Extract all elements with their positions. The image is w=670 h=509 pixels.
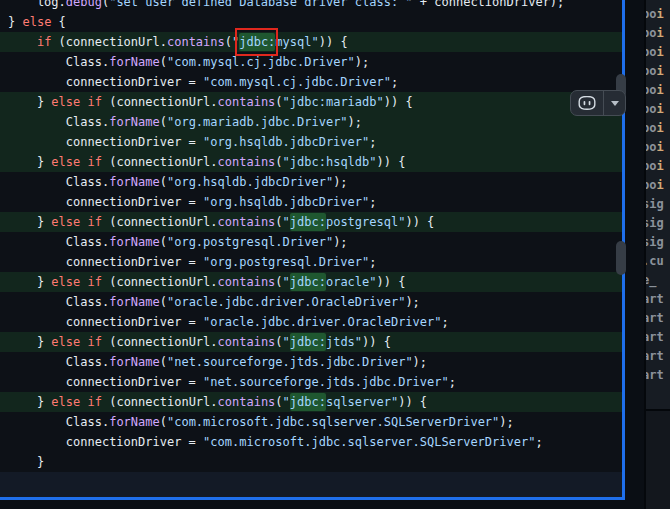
clipped-text-line: sig	[644, 214, 670, 233]
code-line[interactable]: } else if (connectionUrl.contains("jdbc:…	[0, 272, 622, 292]
code-line[interactable]: connectionDriver = "net.sourceforge.jtds…	[0, 372, 622, 392]
code-line[interactable]: connectionDriver = "com.microsoft.jdbc.s…	[0, 432, 622, 452]
scrollbar-thumb[interactable]	[616, 241, 626, 275]
code-token: "jdbc:mariadb"	[283, 95, 384, 109]
code-token: sqlserver"	[326, 395, 398, 409]
code-token: (	[160, 115, 167, 129]
code-token: );	[499, 415, 513, 429]
clipped-text-line: sig	[644, 195, 670, 214]
code-token: ;	[449, 375, 456, 389]
search-match-highlight: jdbc:	[290, 273, 326, 291]
code-token: "net.sourceforge.jtds.jdbc.Driver"	[167, 355, 413, 369]
code-token: "org.hsqldb.jdbcDriver"	[203, 195, 369, 209]
code-token: (	[275, 95, 282, 109]
code-line[interactable]: connectionDriver = "oracle.jdbc.driver.O…	[0, 312, 622, 332]
code-line[interactable]: }	[0, 452, 622, 472]
code-line[interactable]: } else if (connectionUrl.contains("jdbc:…	[0, 392, 622, 412]
code-token: if	[88, 275, 102, 289]
code-token: ;	[369, 135, 376, 149]
clipped-text-line: poi	[644, 100, 670, 119]
strip-lines: poipoipoipoipoipoipoipoipoipoisigsigsig.…	[646, 5, 670, 385]
code-token: "com.microsoft.jdbc.sqlserver.SQLServerD…	[203, 435, 535, 449]
clipped-text-line: poi	[644, 5, 670, 24]
code-token: else	[22, 15, 51, 29]
clipped-text-line: poi	[644, 157, 670, 176]
code-line[interactable]: connectionDriver = "org.postgresql.Drive…	[0, 252, 622, 272]
code-token: "	[283, 215, 290, 229]
code-token: "set user defined Database driver class:…	[109, 0, 412, 9]
code-token: }	[8, 335, 51, 349]
code-token: (	[160, 415, 167, 429]
code-token: if	[88, 395, 102, 409]
code-token: forName	[109, 295, 160, 309]
clipped-text-line: art	[644, 290, 670, 309]
code-line[interactable]: } else if (connectionUrl.contains("jdbc:…	[0, 212, 622, 232]
code-token: "org.postgresql.Driver"	[203, 255, 369, 269]
code-token: connectionDriver =	[8, 255, 203, 269]
code-token: "jdbc:hsqldb"	[283, 155, 377, 169]
code-token: else	[51, 395, 80, 409]
code-line[interactable]: connectionDriver = "org.hsqldb.jdbcDrive…	[0, 192, 622, 212]
code-line[interactable]: Class.forName("com.microsoft.jdbc.sqlser…	[0, 412, 622, 432]
code-line[interactable]: connectionDriver = "org.hsqldb.jdbcDrive…	[0, 132, 622, 152]
code-line[interactable]: } else if (connectionUrl.contains("jdbc:…	[0, 152, 622, 172]
copilot-dropdown-button[interactable]	[604, 91, 625, 115]
copilot-button-group[interactable]	[570, 90, 626, 116]
code-token: "com.microsoft.jdbc.sqlserver.SQLServerD…	[167, 415, 499, 429]
annotated-search-match: jdbc:	[239, 33, 275, 51]
code-token: contains	[218, 335, 276, 349]
code-token: ;	[535, 435, 542, 449]
code-token: Class.	[8, 295, 109, 309]
code-line[interactable]: log.debug("set user defined Database dri…	[0, 0, 622, 12]
code-token: if	[88, 215, 102, 229]
code-token: (	[275, 215, 282, 229]
code-token: Class.	[8, 175, 109, 189]
code-token: (	[275, 395, 282, 409]
code-token: "org.postgresql.Driver"	[167, 235, 333, 249]
code-line[interactable]: Class.forName("org.mariadb.jdbc.Driver")…	[0, 112, 622, 132]
code-token: forName	[109, 235, 160, 249]
code-token: (	[160, 295, 167, 309]
copilot-button[interactable]	[571, 91, 604, 115]
code-line[interactable]: Class.forName("net.sourceforge.jtds.jdbc…	[0, 352, 622, 372]
code-token: (	[275, 275, 282, 289]
code-editor[interactable]: log.debug("set user defined Database dri…	[0, 0, 625, 500]
code-token: }	[8, 455, 44, 469]
code-token: "	[283, 335, 290, 349]
code-token: }	[8, 215, 51, 229]
code-line[interactable]: } else {	[0, 12, 622, 32]
search-match-highlight: jdbc:	[290, 393, 326, 411]
code-token: if	[37, 35, 51, 49]
code-token: "com.mysql.cj.jdbc.Driver"	[203, 75, 391, 89]
code-token: (	[160, 355, 167, 369]
code-token: )) {	[405, 215, 434, 229]
clipped-text-line: poi	[644, 24, 670, 43]
code-token: );	[333, 175, 347, 189]
code-token: contains	[218, 275, 276, 289]
code-line[interactable]: if (connectionUrl.contains("jdbc:mysql")…	[0, 32, 622, 52]
copilot-icon	[578, 96, 596, 110]
code-token: }	[8, 155, 51, 169]
code-token: ;	[369, 195, 376, 209]
code-token: (connectionUrl.	[102, 155, 218, 169]
code-line[interactable]: Class.forName("com.mysql.cj.jdbc.Driver"…	[0, 52, 622, 72]
code-line[interactable]: } else if (connectionUrl.contains("jdbc:…	[0, 92, 622, 112]
code-token: forName	[109, 415, 160, 429]
code-token: "org.hsqldb.jdbcDriver"	[203, 135, 369, 149]
code-token: (connectionUrl.	[102, 215, 218, 229]
code-token: )) {	[398, 395, 427, 409]
code-line[interactable]: Class.forName("org.hsqldb.jdbcDriver");	[0, 172, 622, 192]
code-line[interactable]: } else if (connectionUrl.contains("jdbc:…	[0, 332, 622, 352]
code-token: }	[8, 15, 22, 29]
code-token: if	[88, 335, 102, 349]
code-line[interactable]: Class.forName("org.postgresql.Driver");	[0, 232, 622, 252]
code-token: Class.	[8, 115, 109, 129]
code-token: ;	[391, 75, 398, 89]
code-line[interactable]: Class.forName("oracle.jdbc.driver.Oracle…	[0, 292, 622, 312]
code-token: (	[160, 175, 167, 189]
code-token	[8, 35, 37, 49]
clipped-text-line: poi	[644, 81, 670, 100]
code-token: oracle"	[326, 275, 377, 289]
code-line[interactable]: connectionDriver = "com.mysql.cj.jdbc.Dr…	[0, 72, 622, 92]
code-token: connectionDriver =	[8, 195, 203, 209]
